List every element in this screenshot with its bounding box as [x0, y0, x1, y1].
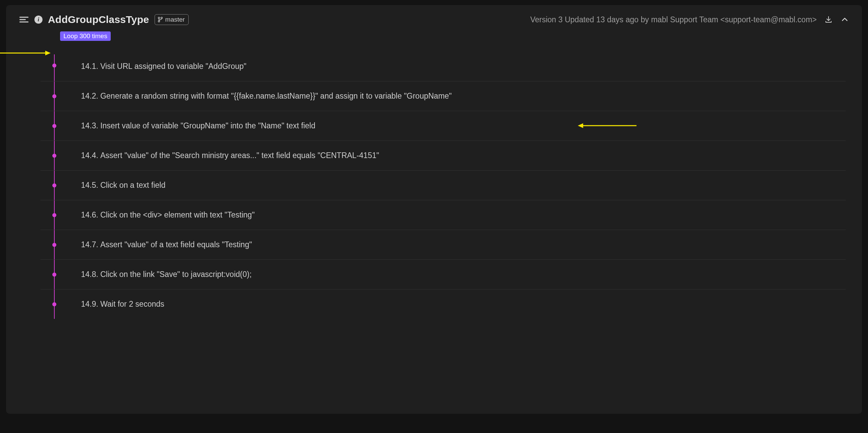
step-text: Click on a text field — [100, 181, 165, 190]
steps-wrapper: 14.1. Visit URL assigned to variable "Ad… — [40, 50, 846, 319]
step-text: Assert "value" of a text field equals "T… — [100, 240, 252, 249]
loop-badge[interactable]: Loop 300 times — [60, 31, 111, 41]
step-row[interactable]: 14.1. Visit URL assigned to variable "Ad… — [40, 50, 846, 81]
step-number: 14.2. — [81, 92, 98, 101]
svg-point-4 — [161, 17, 162, 19]
branch-name: master — [165, 16, 185, 23]
step-number: 14.7. — [81, 240, 98, 249]
step-row[interactable]: 14.5. Click on a text field — [40, 171, 846, 200]
branch-chip[interactable]: master — [155, 14, 189, 25]
step-text: Visit URL assigned to variable "AddGroup… — [100, 62, 246, 71]
step-row[interactable]: 14.9. Wait for 2 seconds — [40, 289, 846, 319]
step-number: 14.3. — [81, 121, 98, 130]
step-dot — [52, 243, 56, 247]
step-row[interactable]: 14.2. Generate a random string with form… — [40, 81, 846, 111]
step-dot — [52, 94, 56, 98]
step-dot — [52, 183, 56, 187]
step-dot — [52, 63, 56, 68]
step-number: 14.6. — [81, 210, 98, 220]
svg-point-3 — [158, 17, 159, 19]
flow-title: AddGroupClassType — [48, 14, 149, 25]
header-row: i AddGroupClassType master Version 3 Upd… — [19, 14, 849, 25]
step-dot — [52, 213, 56, 217]
step-dot — [52, 124, 56, 128]
info-icon[interactable]: i — [34, 16, 43, 24]
download-icon[interactable] — [824, 15, 833, 24]
step-number: 14.4. — [81, 151, 98, 160]
step-text: Click on the <div> element with text "Te… — [100, 210, 254, 220]
step-text: Generate a random string with format "{{… — [100, 92, 452, 101]
svg-point-5 — [158, 21, 159, 22]
step-number: 14.8. — [81, 270, 98, 279]
step-number: 14.5. — [81, 181, 98, 190]
step-row[interactable]: 14.6. Click on the <div> element with te… — [40, 200, 846, 230]
step-dot — [52, 273, 56, 277]
step-row[interactable]: 14.3. Insert value of variable "GroupNam… — [40, 111, 846, 141]
header-right: Version 3 Updated 13 days ago by mabl Su… — [530, 15, 849, 24]
step-text: Assert "value" of the "Search ministry a… — [100, 151, 379, 160]
step-number: 14.1. — [81, 62, 98, 71]
step-row[interactable]: 14.4. Assert "value" of the "Search mini… — [40, 141, 846, 171]
step-number: 14.9. — [81, 300, 98, 309]
collapse-icon[interactable] — [840, 15, 849, 24]
step-row[interactable]: 14.8. Click on the link "Save" to javasc… — [40, 260, 846, 289]
step-text: Click on the link "Save" to javascript:v… — [100, 270, 251, 279]
git-branch-icon — [158, 17, 163, 23]
step-dot — [52, 302, 56, 306]
step-text: Wait for 2 seconds — [100, 300, 164, 309]
test-flow-panel: i AddGroupClassType master Version 3 Upd… — [6, 5, 862, 414]
steps-area: 14.1. Visit URL assigned to variable "Ad… — [40, 50, 849, 319]
header-left: i AddGroupClassType master — [19, 14, 189, 25]
version-text: Version 3 Updated 13 days ago by mabl Su… — [530, 15, 817, 24]
step-text: Insert value of variable "GroupName" int… — [100, 121, 315, 130]
step-dot — [52, 154, 56, 158]
step-row[interactable]: 14.7. Assert "value" of a text field equ… — [40, 230, 846, 260]
notes-icon[interactable] — [19, 15, 29, 25]
